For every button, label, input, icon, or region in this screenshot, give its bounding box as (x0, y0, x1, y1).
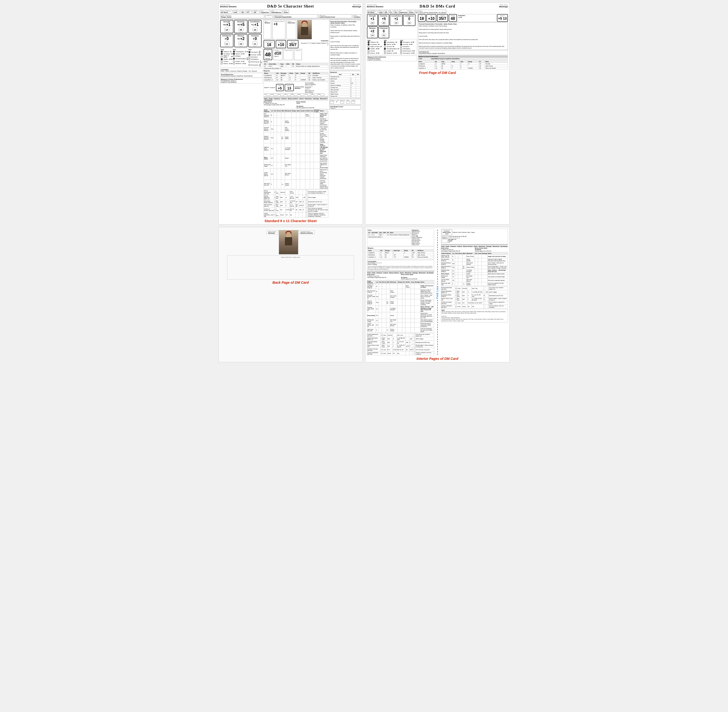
initiative-box: Initiative +10 (276, 40, 286, 48)
int-right-traits: Traits - Feats - Features - Actions - Bo… (441, 245, 508, 323)
trait-alert: Alert Feat, phb-165F+5Check InitiativCan… (263, 180, 328, 189)
casting-ability: Casting AbilityWisdom (295, 86, 304, 89)
int-weapons-section: Weapons Name+HitDamage+Dmg TypeRangeWtAb… (367, 247, 434, 260)
int-trait-fighting: Fighting Style, PHB-97C2+2 Attack Ranged… (367, 306, 434, 312)
trait-lesser-rest: Lesser restoration, phb-35521 actnTouchV… (263, 212, 328, 218)
int-trait-primal: Primal Awareness, phb-16331 actn1min/1ds… (367, 334, 434, 337)
dm-ability-col: Strength +1 13 Dexterity +5 20 Constitut… (367, 14, 417, 70)
int-r-primal: Primal Awareness, phb-16331 actn1min/1ds… (441, 287, 508, 290)
int-r-alert: Alert Feat, phb-165F+5Check InitiativCan… (441, 282, 508, 286)
int-r-absorb: Absorb Elements, EEPC-141Rxtn WizSelfS1 … (441, 290, 508, 294)
religion-row: Religion (233, 55, 248, 57)
wis-mod: +2 (240, 37, 245, 41)
skills-section: Skill Athletics 14 Acrobatics 15 Slight … (220, 48, 263, 67)
back-portrait (279, 230, 298, 254)
dexterity-box: Dexterity +8 +5 20 (234, 20, 248, 33)
class-points-box: Class Points (284, 49, 293, 60)
traits-section: Traits - Feats - Features - Actions - Bo… (263, 97, 328, 218)
equipment-section: Equipment ItemQtyWt Adventures Kit Belt … (329, 71, 361, 98)
int-trait-alert: Alert Feat, phb-165F+5Check InitiativCan… (367, 328, 434, 333)
weapon-shortsword: ShortSword+8d6+5P2DLight, Finesse (263, 77, 328, 79)
race-value: Elf, Wood (221, 12, 231, 13)
personal-col: Personal Characteristics: Personality - … (329, 20, 361, 218)
main-content: Strength +4 +1 13 Dexterity +8 +5 (220, 20, 361, 218)
history-row: History +3 13 (221, 62, 233, 65)
equip-climbers: Climbers Kit2 (330, 86, 360, 89)
ability-scores: Strength +4 +1 13 Dexterity +8 +5 (220, 20, 263, 47)
cha-save: 0 (253, 38, 254, 40)
dm-dex-box: Dexterity +5 20 (378, 14, 389, 26)
consumables: ConsumablesItems of Healing☐ ☐ ☐ ☐ ☐Prep… (305, 82, 315, 93)
int-r-cordon: Cordon of Arrows, phb-24921 actn8 hrV,S,… (441, 301, 508, 305)
constitution-box: Constitution +1 +1 13 (248, 20, 261, 33)
spell-slots: 1st 2nd 3rd 4th 5th 6th 7th 8th 9th (264, 93, 328, 96)
int-save: 0 (225, 38, 226, 40)
tool-prof-section: Tool Proficiencies Simple/Martial weapon… (220, 73, 263, 77)
int-trait-fey: Attacks of the Wild, PHB-94R----Save Cha… (367, 284, 434, 289)
skills-col2: Skill Investigation +3 13 Nature +3 15 R… (233, 49, 248, 67)
dm-int-box: Intelligence 0 11 (403, 14, 416, 26)
back-header: Player Name: WastingX Character Name: Be… (266, 229, 315, 254)
int-r-extra: Extra AttackC5Attackattack twice on Atta… (441, 273, 508, 275)
con-score: 13 (253, 27, 258, 32)
trait-ensnaring: Ensnaring Strike, PHB-971Bns ActnSelfV1 … (263, 200, 328, 204)
trait-primal: Primal Awareness, phb-16331 actn1min/1ds… (263, 190, 328, 195)
con-mod: +1 (254, 22, 259, 27)
int-r-fighting: Fighting Style, PHB-97C2+2 Attack Ranged… (441, 269, 508, 273)
dm-weapons: Weapon & Armor Proficiencies ArmorSimple… (418, 55, 508, 69)
size-prof-row: Size Medium Proficiency Bonus +3 Vision … (263, 20, 328, 39)
weapon-longsword: LongSword+4d8/d101S3 SVersatile (263, 74, 328, 77)
personal-characteristics: Personal Characteristics: Personality - … (329, 20, 361, 70)
hp-box: HP 48 Wound: (263, 49, 272, 60)
int-r-mask: Fey Ancestry, PHB-23Rcheck StealthAttemp… (441, 258, 508, 262)
languages-section: Languages Race - Elvish, Common, Dwarish… (220, 68, 263, 73)
str-score: 13 (224, 27, 230, 32)
dm-str-box: Strength +1 13 (367, 14, 378, 26)
save-dc-box: Save DC (294, 49, 302, 60)
equip-hunters: Hunters Kit2 (330, 95, 360, 97)
traits-table: Traits-FeaturesLvlUseRcvryModMechanicRan… (263, 109, 328, 189)
stealth-row: Stealth +8 18 (221, 58, 233, 60)
int-r-disf: Disfavored TargetC7Dis Opatk YouOpp atta… (441, 275, 508, 279)
class-info-row: Class / SubClass: Ranger, Hunter Level X… (220, 14, 361, 18)
cha-score: 11 (253, 41, 258, 46)
combat-stats-row: Armor Class 18 Initiative +10 Speed 35/7… (263, 40, 328, 48)
trait-fighting-style: Fighting Style, PHB-97C2+2 Attack Ranged… (263, 143, 328, 154)
equip-adventures-kit: Adventures Kit (330, 76, 360, 78)
character-portrait (297, 20, 312, 39)
int-trait-natural: Natural Explorer, PHB-97Outas prfcheck I… (367, 299, 434, 306)
int-trait-mask: Fey Ancestry, PHB-23RSave CharmAttempt t… (367, 289, 434, 294)
dm-card-interior: Armor AC+Dec/+MacTypeStlthWtNotes 12+5 +… (365, 227, 510, 362)
int-consumables-section: Consumables Items/Healing ☐ ☐ ☐ ☐ ☐ Poti… (367, 260, 434, 271)
int-trait-ensnaring: Ensnaring Strike, PHB-971Bns ActnSelfVC,… (367, 341, 434, 344)
hp-row: HP 48 Wound: Hit Dice d10 Mod 0 Class Po… (263, 49, 328, 60)
hit-dice-box: Hit Dice d10 Mod 0 (273, 49, 282, 60)
dex-score: 20 (238, 27, 244, 32)
skills-col1: Skill Athletics 14 Acrobatics 15 Slight … (221, 49, 233, 67)
extended-traits-table: Primal Awareness, phb-16331 actn1min/1ds… (263, 190, 328, 218)
armor-section: Armor AC+Dex/+MacTypeStlthWtNotes 12 +5/… (263, 61, 328, 70)
player-name-value: WastingX (326, 6, 361, 8)
equipment-table: ItemQtyWt Adventures Kit Belt Pouch2 Qui… (330, 73, 360, 98)
medicine-row: Medicine +2 12 (233, 62, 248, 65)
ac-box: Armor Class 18 (263, 40, 275, 48)
str-save: +4 (223, 24, 226, 26)
dm-header: Character Name: Belethon Elimdris D&D 5e… (367, 4, 508, 9)
weapon-longbow: Long Bow +2+12d8+7P190/6002DHeavy, two-h… (263, 79, 328, 81)
perception-row: Perception +5 15 (248, 51, 262, 53)
front-dm-label: Front Page of DM Card (367, 71, 508, 75)
trait-favored-enemy: Favored Enemy, PHB-97OutAdv check SurkIn… (263, 126, 328, 132)
equip-water: Water Pouch2 (330, 93, 360, 95)
combat-col: Size Medium Proficiency Bonus +3 Vision … (263, 20, 328, 218)
insight-row: Insight +1 13 (233, 60, 248, 62)
athletics-row: Athletics 14 (221, 51, 233, 53)
interior-right-panel: Successes Death Checks Failed Platinum G… (440, 229, 508, 356)
trait-natural-explorer: Natural Explorer, PHB-97Outas prfcheck I… (263, 132, 328, 143)
trait-mask-wild: Mask of the Wild, PHB-24Rcheck StealthAt… (263, 118, 328, 126)
currency-section: Platinum Gold4 Electrum Silver Copper (329, 99, 361, 105)
int-trait-disf: Disfavored TargetC7Dis Opatk YouOpp atta… (367, 319, 434, 323)
total-weight-section: Total Weight Carried Treasure (329, 105, 361, 110)
int-trait-lesser: Lesser restoration, phb-35521 actnTouchV… (367, 352, 434, 355)
dm-combat-personal-col: AC 18 Init +10 Speed 35/7 HP Max 48 (418, 14, 508, 70)
int-right-spells: Successes Death Checks Failed Platinum G… (441, 229, 508, 244)
